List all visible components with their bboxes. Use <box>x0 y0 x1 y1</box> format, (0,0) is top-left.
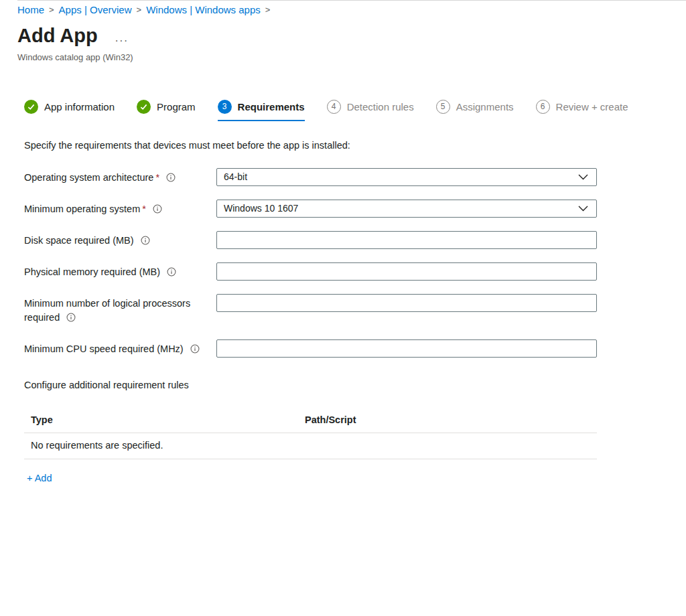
field-row-min-os: Minimum operating system* Windows 10 160… <box>24 200 686 218</box>
field-label-text: Minimum CPU speed required (MHz) <box>24 343 184 354</box>
check-icon <box>137 100 151 114</box>
step-number: 3 <box>218 100 232 114</box>
additional-rules-heading: Configure additional requirement rules <box>24 380 686 390</box>
breadcrumb-separator: > <box>49 5 54 15</box>
field-label: Physical memory required (MB) <box>24 262 216 281</box>
breadcrumb-separator: > <box>137 5 142 15</box>
add-requirement-link[interactable]: + Add <box>27 473 52 483</box>
breadcrumb-apps-overview-link[interactable]: Apps | Overview <box>59 4 132 15</box>
table-empty-row: No requirements are specified. <box>24 433 597 459</box>
column-header-type: Type <box>24 408 305 433</box>
field-row-physical-memory: Physical memory required (MB) <box>24 262 686 281</box>
page-subtitle: Windows catalog app (Win32) <box>17 52 686 62</box>
required-asterisk: * <box>142 204 146 214</box>
field-row-logical-processors: Minimum number of logical processors req… <box>24 294 686 326</box>
page-header: Add App ... Windows catalog app (Win32) <box>17 25 686 62</box>
os-architecture-select[interactable]: 64-bit <box>216 168 597 186</box>
tab-label: Detection rules <box>347 101 414 112</box>
step-number: 5 <box>436 100 450 114</box>
wizard-steps: App information Program 3 Requirements 4… <box>24 100 686 121</box>
tab-requirements[interactable]: 3 Requirements <box>218 100 305 121</box>
breadcrumb-windows-apps-link[interactable]: Windows | Windows apps <box>146 4 261 15</box>
breadcrumb-home-link[interactable]: Home <box>17 4 44 15</box>
check-icon <box>24 100 38 114</box>
field-label: Minimum CPU speed required (MHz) <box>24 339 216 358</box>
field-label-text: Minimum operating system <box>24 204 140 214</box>
chevron-down-icon <box>578 206 588 212</box>
tab-label: Program <box>157 101 196 112</box>
chevron-down-icon <box>578 174 588 180</box>
field-row-os-architecture: Operating system architecture* 64-bit <box>24 168 686 186</box>
tab-review-create[interactable]: 6 Review + create <box>536 100 628 121</box>
logical-processors-input[interactable] <box>216 294 597 312</box>
column-header-path-script: Path/Script <box>305 408 597 433</box>
tab-label: Assignments <box>456 101 514 112</box>
min-os-select[interactable]: Windows 10 1607 <box>216 200 597 218</box>
field-label-text: Disk space required (MB) <box>24 235 134 246</box>
tab-label: Requirements <box>238 101 305 112</box>
field-label: Disk space required (MB) <box>24 231 216 249</box>
info-icon[interactable] <box>190 343 200 358</box>
breadcrumb-separator: > <box>265 5 271 15</box>
step-number: 6 <box>536 100 550 114</box>
info-icon[interactable] <box>141 235 150 249</box>
info-icon[interactable] <box>166 172 176 186</box>
required-asterisk: * <box>155 172 159 183</box>
tab-program[interactable]: Program <box>137 100 196 121</box>
tab-assignments[interactable]: 5 Assignments <box>436 100 514 121</box>
tab-app-information[interactable]: App information <box>24 100 115 121</box>
field-row-disk-space: Disk space required (MB) <box>24 231 686 249</box>
field-row-cpu-speed: Minimum CPU speed required (MHz) <box>24 339 686 358</box>
field-label-text: Physical memory required (MB) <box>24 266 160 277</box>
physical-memory-input[interactable] <box>216 262 597 281</box>
step-number: 4 <box>327 100 341 114</box>
field-label: Operating system architecture* <box>24 168 216 186</box>
page-title: Add App <box>17 25 98 47</box>
empty-message: No requirements are specified. <box>24 433 305 459</box>
requirements-instruction: Specify the requirements that devices mu… <box>24 140 686 151</box>
tab-label: Review + create <box>556 101 628 112</box>
breadcrumb: Home > Apps | Overview > Windows | Windo… <box>17 1 686 15</box>
add-app-blade: Home > Apps | Overview > Windows | Windo… <box>0 1 686 511</box>
more-options-button[interactable]: ... <box>115 32 129 44</box>
requirement-rules-table: Type Path/Script No requirements are spe… <box>24 408 597 459</box>
cpu-speed-input[interactable] <box>216 339 597 358</box>
field-label: Minimum number of logical processors req… <box>24 294 216 326</box>
info-icon[interactable] <box>167 266 176 281</box>
table-header-row: Type Path/Script <box>24 408 597 433</box>
tab-label: App information <box>44 101 115 112</box>
selected-value: 64-bit <box>224 171 247 182</box>
selected-value: Windows 10 1607 <box>224 203 298 214</box>
tab-detection-rules[interactable]: 4 Detection rules <box>327 100 414 121</box>
field-label-text: Minimum number of logical processors req… <box>24 298 190 323</box>
field-label: Minimum operating system* <box>24 200 216 218</box>
field-label-text: Operating system architecture <box>24 172 153 183</box>
disk-space-input[interactable] <box>216 231 597 249</box>
info-icon[interactable] <box>66 312 76 326</box>
info-icon[interactable] <box>153 204 162 218</box>
